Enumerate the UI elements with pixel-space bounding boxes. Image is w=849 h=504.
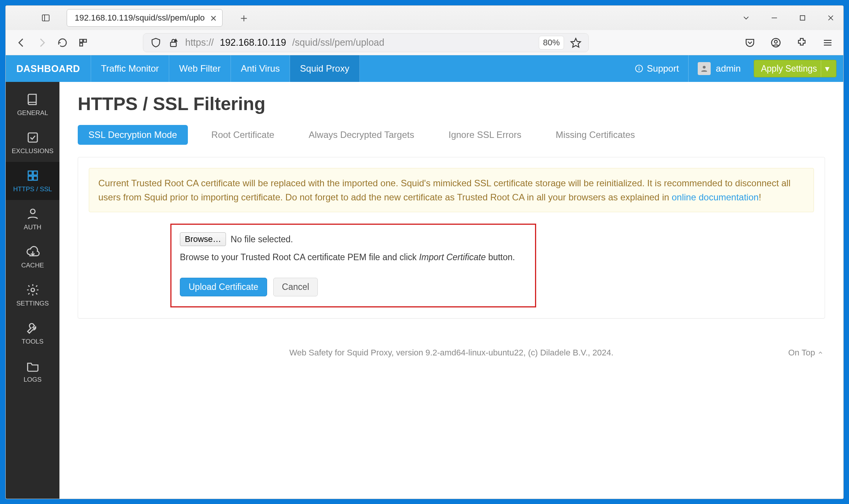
browser-sidebar-icon[interactable] [38,11,53,25]
page-tabs: SSL Decryption Mode Root Certificate Alw… [78,125,825,145]
svg-rect-22 [33,171,37,175]
alert-doc-link[interactable]: online documentation [672,192,759,202]
on-top-link[interactable]: On Top [788,348,823,358]
svg-marker-10 [571,38,581,47]
svg-rect-0 [42,15,49,21]
svg-rect-18 [639,68,639,70]
sidebar-item-general[interactable]: GENERAL [6,86,59,124]
extensions-icon[interactable] [77,36,90,49]
sidebar-item-label: LOGS [24,376,42,384]
zoom-level[interactable]: 80% [539,36,564,50]
svg-point-12 [774,40,777,43]
upload-hint: Browse to your Trusted Root CA certifica… [180,252,527,262]
sidebar-item-label: TOOLS [22,338,43,346]
tab-always-decrypted[interactable]: Always Decrypted Targets [298,125,425,145]
svg-point-26 [31,288,34,292]
bookmark-star-icon[interactable] [570,37,581,48]
lock-warning-icon [168,37,179,48]
user-icon [26,207,40,221]
book-icon [26,93,40,106]
browse-button[interactable]: Browse… [180,232,226,246]
app-viewport: DASHBOARD Traffic Monitor Web Filter Ant… [6,55,843,499]
nav-squid-proxy[interactable]: Squid Proxy [290,55,359,82]
avatar-icon [698,62,711,75]
apply-settings-button[interactable]: Apply Settings ▾ [754,60,836,77]
svg-point-19 [703,66,705,69]
url-host: 192.168.10.119 [220,37,286,48]
browser-tab[interactable]: 192.168.10.119/squid/ssl/pem/uplo ✕ [67,9,223,27]
on-top-label: On Top [788,348,815,358]
browser-tabstrip: 192.168.10.119/squid/ssl/pem/uplo ✕ ＋ [6,6,843,30]
nav-anti-virus[interactable]: Anti Virus [231,55,290,82]
svg-rect-21 [28,171,32,175]
hint-text-after: button. [486,252,515,262]
nav-web-filter[interactable]: Web Filter [169,55,231,82]
window-maximize-button[interactable] [796,11,809,24]
gear-icon [26,283,40,297]
user-name: admin [716,63,741,74]
tab-ssl-decryption-mode[interactable]: SSL Decryption Mode [78,125,188,145]
sidebar-item-label: GENERAL [17,109,48,117]
address-bar[interactable]: https://192.168.10.119/squid/ssl/pem/upl… [143,33,589,52]
svg-rect-24 [33,176,37,181]
file-status: No file selected. [231,234,293,245]
alert-text-after: ! [759,192,761,202]
sidebar-item-cache[interactable]: CACHE [6,238,59,276]
tabs-dropdown-icon[interactable] [740,11,753,24]
warning-alert: Current Trusted Root CA certificate will… [89,168,814,212]
svg-rect-7 [83,39,87,42]
shield-icon [150,37,162,48]
tab-ignore-ssl-errors[interactable]: Ignore SSL Errors [438,125,532,145]
content-panel: Current Trusted Root CA certificate will… [78,157,825,318]
close-tab-icon[interactable]: ✕ [210,14,217,24]
svg-rect-3 [800,16,805,20]
svg-rect-6 [80,39,83,42]
sidebar-item-settings[interactable]: SETTINGS [6,276,59,314]
account-icon[interactable] [769,36,782,49]
nav-traffic-monitor[interactable]: Traffic Monitor [91,55,169,82]
sidebar-item-label: CACHE [21,262,44,269]
svg-rect-9 [171,42,176,46]
hint-emphasis: Import Certificate [419,252,486,262]
addons-icon[interactable] [795,36,808,49]
support-link[interactable]: Support [626,55,689,82]
hint-text: Browse to your Trusted Root CA certifica… [180,252,419,262]
sidebar: GENERAL EXCLUSIONS HTTPS / SSL AUTH CACH… [6,82,59,499]
forward-button[interactable] [35,36,48,49]
folder-icon [26,359,40,373]
app-topnav: DASHBOARD Traffic Monitor Web Filter Ant… [6,55,843,82]
brand[interactable]: DASHBOARD [6,55,91,82]
reload-button[interactable] [56,36,69,49]
support-label: Support [647,63,679,74]
svg-rect-20 [28,133,37,142]
new-tab-button[interactable]: ＋ [236,10,251,26]
sidebar-item-tools[interactable]: TOOLS [6,314,59,352]
footer-text: Web Safety for Squid Proxy, version 9.2-… [289,348,614,358]
info-icon [635,64,643,73]
user-menu[interactable]: admin [689,55,750,82]
upload-highlight-box: Browse… No file selected. Browse to your… [170,224,536,307]
main-content: HTTPS / SSL Filtering SSL Decryption Mod… [59,82,843,499]
tab-missing-certificates[interactable]: Missing Certificates [545,125,646,145]
browser-tab-title: 192.168.10.119/squid/ssl/pem/uplo [75,13,205,23]
menu-icon[interactable] [821,36,834,49]
apply-settings-label: Apply Settings [761,64,817,74]
cancel-button[interactable]: Cancel [273,278,318,296]
svg-point-17 [638,67,639,68]
grid-icon [26,169,40,182]
upload-certificate-button[interactable]: Upload Certificate [180,278,267,296]
sidebar-item-auth[interactable]: AUTH [6,200,59,238]
window-minimize-button[interactable] [768,11,781,24]
pocket-icon[interactable] [743,36,756,49]
cloud-download-icon [26,245,40,259]
sidebar-item-https-ssl[interactable]: HTTPS / SSL [6,162,59,200]
svg-rect-8 [80,43,83,46]
footer: Web Safety for Squid Proxy, version 9.2-… [78,341,825,364]
apply-dropdown-icon[interactable]: ▾ [821,60,829,77]
window-close-button[interactable] [824,11,837,24]
tab-root-certificate[interactable]: Root Certificate [201,125,285,145]
sidebar-item-logs[interactable]: LOGS [6,352,59,390]
back-button[interactable] [15,36,28,49]
svg-point-25 [30,209,35,214]
sidebar-item-exclusions[interactable]: EXCLUSIONS [6,124,59,162]
